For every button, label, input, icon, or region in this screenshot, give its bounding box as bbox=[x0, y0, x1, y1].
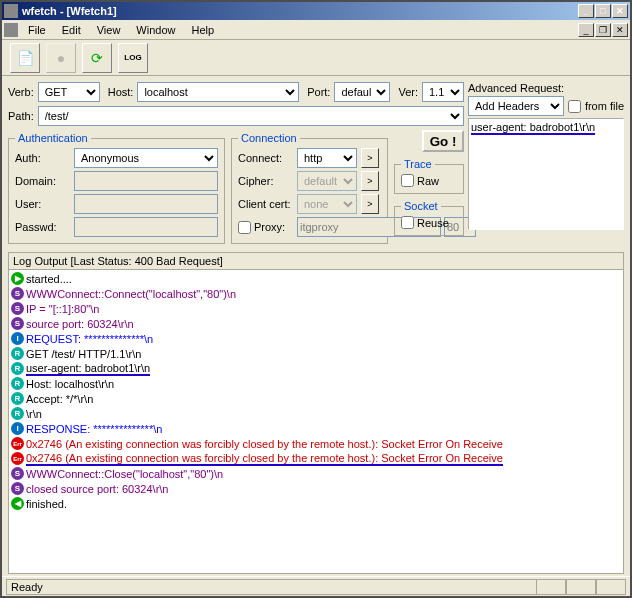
err-badge-icon bbox=[11, 452, 24, 465]
path-select[interactable]: /test/ bbox=[38, 106, 464, 126]
log-text: 0x2746 (An existing connection was forci… bbox=[26, 452, 503, 466]
app-icon bbox=[4, 4, 18, 18]
auth-label: Auth: bbox=[15, 152, 70, 164]
s-badge-icon bbox=[11, 317, 24, 330]
r-badge-icon bbox=[11, 407, 24, 420]
fromfile-label: from file bbox=[585, 100, 624, 112]
host-label: Host: bbox=[108, 86, 134, 98]
log-text: 0x2746 (An existing connection was forci… bbox=[26, 438, 503, 450]
form-area: Verb: GET Host: localhost Port: default … bbox=[2, 76, 630, 250]
refresh-button[interactable]: ⟳ bbox=[82, 43, 112, 73]
trace-legend: Trace bbox=[401, 158, 435, 170]
menu-help[interactable]: Help bbox=[183, 22, 222, 38]
log-output[interactable]: started....WWWConnect::Connect("localhos… bbox=[9, 270, 623, 573]
cipher-label: Cipher: bbox=[238, 175, 293, 187]
socket-legend: Socket bbox=[401, 200, 441, 212]
new-button[interactable]: 📄 bbox=[10, 43, 40, 73]
log-line: WWWConnect::Connect("localhost","80")\n bbox=[11, 286, 621, 301]
log-text: started.... bbox=[26, 273, 72, 285]
cipher-more-button[interactable]: > bbox=[361, 171, 379, 191]
r-badge-icon bbox=[11, 377, 24, 390]
log-line: RESPONSE: **************\n bbox=[11, 421, 621, 436]
stop-button[interactable]: ● bbox=[46, 43, 76, 73]
socket-group: Socket Reuse bbox=[394, 200, 464, 236]
cipher-select: default bbox=[297, 171, 357, 191]
log-line: IP = "[::1]:80"\n bbox=[11, 301, 621, 316]
connect-label: Connect: bbox=[238, 152, 293, 164]
maximize-button[interactable]: □ bbox=[595, 4, 611, 18]
conn-legend: Connection bbox=[238, 132, 300, 144]
log-text: RESPONSE: **************\n bbox=[26, 423, 162, 435]
status-text: Ready bbox=[6, 579, 536, 595]
log-text: source port: 60324\r\n bbox=[26, 318, 134, 330]
adv-select[interactable]: Add Headers bbox=[468, 96, 564, 116]
close-button[interactable]: ✕ bbox=[612, 4, 628, 18]
connect-more-button[interactable]: > bbox=[361, 148, 379, 168]
mdi-restore-button[interactable]: ❐ bbox=[595, 23, 611, 37]
menu-window[interactable]: Window bbox=[128, 22, 183, 38]
mdi-close-button[interactable]: ✕ bbox=[612, 23, 628, 37]
raw-checkbox[interactable] bbox=[401, 174, 414, 187]
log-text: Host: localhost\r\n bbox=[26, 378, 114, 390]
minimize-button[interactable]: _ bbox=[578, 4, 594, 18]
verb-select[interactable]: GET bbox=[38, 82, 100, 102]
log-line: Accept: */*\r\n bbox=[11, 391, 621, 406]
clientcert-more-button[interactable]: > bbox=[361, 194, 379, 214]
r-badge-icon bbox=[11, 392, 24, 405]
arrow-badge-icon bbox=[11, 272, 24, 285]
domain-input[interactable] bbox=[74, 171, 218, 191]
log-line: closed source port: 60324\r\n bbox=[11, 481, 621, 496]
auth-group: Authentication Auth: Anonymous Domain: U… bbox=[8, 132, 225, 244]
log-header: Log Output [Last Status: 400 Bad Request… bbox=[9, 253, 623, 270]
log-text: WWWConnect::Connect("localhost","80")\n bbox=[26, 288, 236, 300]
refresh-icon: ⟳ bbox=[91, 50, 103, 66]
r-badge-icon bbox=[11, 362, 24, 375]
log-line: REQUEST: **************\n bbox=[11, 331, 621, 346]
status-cell-3 bbox=[596, 579, 626, 595]
statusbar: Ready bbox=[2, 576, 630, 596]
log-icon: LOG bbox=[124, 53, 141, 62]
go-button[interactable]: Go ! bbox=[422, 130, 464, 152]
log-line: Host: localhost\r\n bbox=[11, 376, 621, 391]
titlebar: wfetch - [Wfetch1] _ □ ✕ bbox=[2, 2, 630, 20]
log-text: IP = "[::1]:80"\n bbox=[26, 303, 99, 315]
reuse-checkbox[interactable] bbox=[401, 216, 414, 229]
log-line: \r\n bbox=[11, 406, 621, 421]
clientcert-label: Client cert: bbox=[238, 198, 293, 210]
raw-label: Raw bbox=[417, 175, 439, 187]
doc-icon[interactable] bbox=[4, 23, 18, 37]
user-label: User: bbox=[15, 198, 70, 210]
clientcert-select: none bbox=[297, 194, 357, 214]
fromfile-checkbox[interactable] bbox=[568, 100, 581, 113]
ver-label: Ver: bbox=[398, 86, 418, 98]
adv-textarea[interactable]: user-agent: badrobot1\r\n bbox=[468, 118, 624, 230]
menu-view[interactable]: View bbox=[89, 22, 129, 38]
adv-label: Advanced Request: bbox=[468, 82, 624, 94]
err-badge-icon bbox=[11, 437, 24, 450]
conn-group: Connection Connect: http > Cipher: defau… bbox=[231, 132, 388, 244]
passwd-input[interactable] bbox=[74, 217, 218, 237]
document-icon: 📄 bbox=[17, 50, 34, 66]
mdi-minimize-button[interactable]: _ bbox=[578, 23, 594, 37]
log-text: Accept: */*\r\n bbox=[26, 393, 93, 405]
status-cell-2 bbox=[566, 579, 596, 595]
log-text: REQUEST: **************\n bbox=[26, 333, 153, 345]
log-line: GET /test/ HTTP/1.1\r\n bbox=[11, 346, 621, 361]
ver-select[interactable]: 1.1 bbox=[422, 82, 464, 102]
log-line: finished. bbox=[11, 496, 621, 511]
proxy-checkbox[interactable] bbox=[238, 221, 251, 234]
path-label: Path: bbox=[8, 110, 34, 122]
verb-label: Verb: bbox=[8, 86, 34, 98]
connect-select[interactable]: http bbox=[297, 148, 357, 168]
i-badge-icon bbox=[11, 332, 24, 345]
port-select[interactable]: default bbox=[334, 82, 390, 102]
log-button[interactable]: LOG bbox=[118, 43, 148, 73]
host-select[interactable]: localhost bbox=[137, 82, 299, 102]
auth-select[interactable]: Anonymous bbox=[74, 148, 218, 168]
user-input[interactable] bbox=[74, 194, 218, 214]
log-line: WWWConnect::Close("localhost","80")\n bbox=[11, 466, 621, 481]
menu-edit[interactable]: Edit bbox=[54, 22, 89, 38]
log-panel: Log Output [Last Status: 400 Bad Request… bbox=[8, 252, 624, 574]
auth-legend: Authentication bbox=[15, 132, 91, 144]
menu-file[interactable]: File bbox=[20, 22, 54, 38]
